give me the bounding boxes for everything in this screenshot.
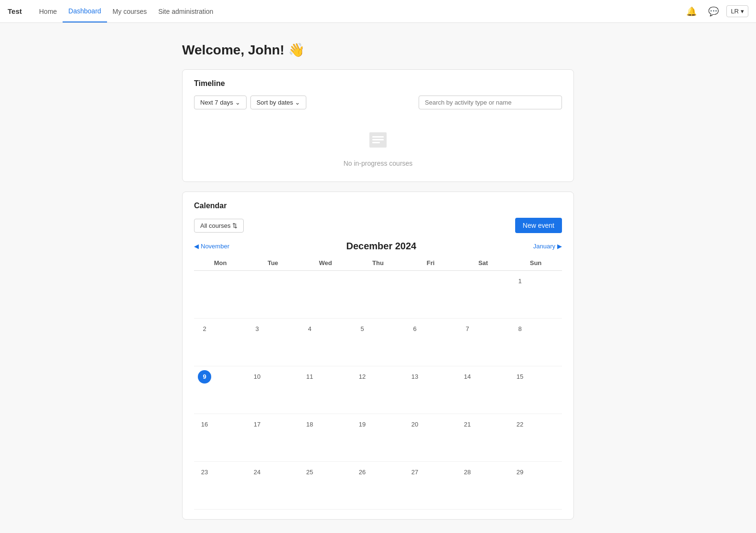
day-number: 17 <box>250 418 264 431</box>
prev-month-label: November <box>201 243 229 250</box>
navbar: Test Home Dashboard My courses Site admi… <box>0 0 756 23</box>
nav-links: Home Dashboard My courses Site administr… <box>33 0 683 22</box>
calendar-cell[interactable]: 11 <box>299 366 352 414</box>
calendar-row: 9101112131415 <box>194 366 562 414</box>
day-number: 9 <box>198 370 211 384</box>
user-avatar[interactable]: LR ▾ <box>726 5 748 17</box>
calendar-cell[interactable]: 8 <box>509 319 562 366</box>
calendar-cell[interactable]: 21 <box>457 414 509 462</box>
sort-chevron-icon: ⌄ <box>295 99 300 106</box>
day-number: 6 <box>408 322 421 336</box>
calendar-cell[interactable]: 12 <box>352 366 404 414</box>
weekday-header-fri: Fri <box>404 256 457 271</box>
calendar-cell[interactable]: 7 <box>457 319 509 366</box>
site-brand: Test <box>8 7 22 15</box>
calendar-cell[interactable]: 3 <box>247 319 299 366</box>
weekday-header-tue: Tue <box>247 256 299 271</box>
calendar-body: 1234567891011121314151617181920212223242… <box>194 271 562 510</box>
calendar-cell[interactable]: 17 <box>247 414 299 462</box>
day-number: 7 <box>461 322 474 336</box>
calendar-row: 16171819202122 <box>194 414 562 462</box>
timeline-card: Timeline Next 7 days ⌄ Sort by dates ⌄ <box>182 69 574 182</box>
calendar-cell[interactable]: 27 <box>404 462 457 510</box>
calendar-cell[interactable]: 24 <box>247 462 299 510</box>
calendar-cell[interactable]: 19 <box>352 414 404 462</box>
calendar-cell[interactable]: 26 <box>352 462 404 510</box>
calendar-cell[interactable]: 9 <box>194 366 247 414</box>
calendar-cell[interactable]: 1 <box>509 271 562 319</box>
calendar-cell[interactable]: 20 <box>404 414 457 462</box>
day-number: 26 <box>356 466 369 479</box>
day-number: 10 <box>250 370 264 384</box>
nav-home[interactable]: Home <box>33 1 63 22</box>
weekday-header-mon: Mon <box>194 256 247 271</box>
day-number: 12 <box>356 370 369 384</box>
calendar-cell <box>247 271 299 319</box>
calendar-toolbar: All courses ⇅ New event <box>194 218 562 233</box>
nav-mycourses[interactable]: My courses <box>107 1 153 22</box>
calendar-row: 23242526272829 <box>194 462 562 510</box>
day-number: 28 <box>461 466 474 479</box>
calendar-cell[interactable]: 28 <box>457 462 509 510</box>
sort-label: Sort by dates <box>257 99 293 106</box>
day-number: 24 <box>250 466 264 479</box>
calendar-cell[interactable]: 18 <box>299 414 352 462</box>
calendar-header: MonTueWedThuFriSatSun <box>194 256 562 271</box>
calendar-cell[interactable]: 13 <box>404 366 457 414</box>
day-number: 5 <box>356 322 369 336</box>
day-number: 22 <box>513 418 527 431</box>
calendar-cell[interactable]: 29 <box>509 462 562 510</box>
welcome-heading: Welcome, John! 👋 <box>182 42 574 58</box>
day-number: 14 <box>461 370 474 384</box>
calendar-cell[interactable]: 15 <box>509 366 562 414</box>
calendar-cell <box>352 271 404 319</box>
calendar-cell[interactable]: 10 <box>247 366 299 414</box>
day-number: 4 <box>303 322 316 336</box>
day-number: 11 <box>303 370 316 384</box>
calendar-month-title: December 2024 <box>229 241 533 252</box>
nav-dashboard[interactable]: Dashboard <box>63 0 107 22</box>
calendar-cell[interactable]: 14 <box>457 366 509 414</box>
calendar-cell[interactable]: 25 <box>299 462 352 510</box>
calendar-cell[interactable]: 23 <box>194 462 247 510</box>
calendar-cell <box>194 271 247 319</box>
day-number: 16 <box>198 418 211 431</box>
calendar-card: Calendar All courses ⇅ New event ◀ Novem… <box>182 192 574 520</box>
all-courses-chevron-icon: ⇅ <box>232 222 238 229</box>
timeline-search-input[interactable] <box>419 96 562 109</box>
bell-icon[interactable]: 🔔 <box>682 4 701 19</box>
calendar-title: Calendar <box>194 202 562 210</box>
weekday-header-wed: Wed <box>299 256 352 271</box>
calendar-row: 2345678 <box>194 319 562 366</box>
avatar-initials: LR <box>731 8 739 15</box>
day-number: 21 <box>461 418 474 431</box>
calendar-cell[interactable]: 2 <box>194 319 247 366</box>
all-courses-label: All courses <box>200 222 231 229</box>
day-number: 20 <box>408 418 421 431</box>
calendar-cell[interactable]: 16 <box>194 414 247 462</box>
sort-by-dates-button[interactable]: Sort by dates ⌄ <box>250 96 307 109</box>
day-number: 29 <box>513 466 527 479</box>
new-event-button[interactable]: New event <box>515 218 562 233</box>
filter-next7days-button[interactable]: Next 7 days ⌄ <box>194 96 247 109</box>
calendar-grid: MonTueWedThuFriSatSun 123456789101112131… <box>194 256 562 510</box>
day-number: 23 <box>198 466 211 479</box>
filter-label: Next 7 days <box>200 99 233 106</box>
nav-siteadmin[interactable]: Site administration <box>152 1 219 22</box>
day-number: 2 <box>198 322 211 336</box>
next-month-link[interactable]: January ▶ <box>533 243 562 250</box>
timeline-empty-text: No in-progress courses <box>344 160 413 167</box>
day-number: 25 <box>303 466 316 479</box>
weekday-header-sat: Sat <box>457 256 509 271</box>
calendar-cell <box>299 271 352 319</box>
chat-icon[interactable]: 💬 <box>704 4 723 19</box>
svg-rect-1 <box>372 136 384 138</box>
calendar-cell[interactable]: 22 <box>509 414 562 462</box>
calendar-cell[interactable]: 4 <box>299 319 352 366</box>
prev-month-link[interactable]: ◀ November <box>194 243 229 250</box>
calendar-cell[interactable]: 5 <box>352 319 404 366</box>
calendar-cell[interactable]: 6 <box>404 319 457 366</box>
all-courses-button[interactable]: All courses ⇅ <box>194 219 244 233</box>
avatar-chevron: ▾ <box>741 8 744 15</box>
weekday-header-thu: Thu <box>352 256 404 271</box>
